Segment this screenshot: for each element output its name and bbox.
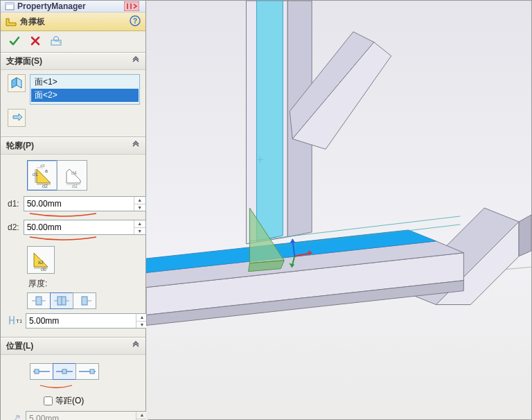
help-icon[interactable]: ? (129, 15, 141, 28)
section-location: 位置(L) (1, 338, 145, 420)
svg-marker-14 (17, 78, 21, 88)
panel-titlebar: PropertyManager (1, 1, 145, 12)
svg-marker-5 (6, 19, 16, 26)
svg-marker-53 (519, 215, 531, 256)
list-item[interactable]: 面<2> (31, 89, 139, 102)
confirm-bar (1, 31, 145, 53)
feature-bar: 角撑板 ? (1, 12, 145, 31)
offset-checkbox[interactable] (44, 396, 53, 405)
svg-text:d6: d6 (41, 267, 46, 272)
svg-rect-38 (82, 297, 87, 305)
d1-input[interactable]: ▲▼ (24, 196, 146, 211)
svg-line-12 (58, 41, 61, 44)
flip-icon[interactable] (8, 109, 26, 127)
section-support-label: 支撑面(S) (6, 55, 132, 67)
section-profile: 轮廓(P) d1 d2 a d3 (1, 137, 145, 338)
section-location-head[interactable]: 位置(L) (1, 338, 145, 355)
offset-label: 等距(O) (55, 395, 84, 407)
both-side-button[interactable] (27, 292, 51, 309)
panel-title: PropertyManager (17, 1, 122, 11)
svg-marker-13 (12, 78, 17, 88)
offset-field (26, 412, 136, 420)
d2-input[interactable]: ▲▼ (24, 220, 146, 235)
d1-label: d1: (8, 199, 19, 209)
svg-text:d4: d4 (71, 170, 77, 175)
svg-rect-48 (90, 369, 94, 374)
svg-rect-1 (6, 3, 14, 5)
section-support: 支撑面(S) 面<1> 面<2> (1, 53, 145, 137)
loc-mid-button[interactable] (53, 363, 76, 380)
pin-icon[interactable] (122, 1, 141, 12)
section-support-head[interactable]: 支撑面(S) (1, 53, 145, 70)
thickness-label: 厚度: (28, 278, 140, 290)
thickness-input[interactable]: ▲▼ (26, 313, 148, 329)
outside-button[interactable] (73, 292, 96, 309)
d2-label: d2: (8, 222, 19, 232)
svg-marker-15 (37, 169, 51, 183)
profile-triangle-button[interactable]: d1 d2 a d3 (27, 160, 57, 191)
model-horizontal-tube (146, 230, 463, 326)
loc-start-button[interactable] (30, 363, 53, 380)
face-select-icon[interactable] (8, 74, 26, 92)
svg-text:?: ? (133, 17, 137, 25)
svg-text:d3: d3 (40, 164, 45, 168)
inside-button[interactable] (50, 292, 73, 309)
d2-spinner[interactable]: ▲▼ (134, 220, 145, 234)
ratio-button[interactable]: a2 d6 (27, 246, 55, 274)
svg-rect-44 (35, 369, 39, 374)
offset-input: ▲▼ (26, 411, 148, 420)
graphics-viewport[interactable] (146, 1, 531, 419)
thickness-field[interactable] (26, 314, 136, 328)
d1-field[interactable] (24, 197, 134, 211)
annotation-underline (28, 213, 140, 217)
annotation-underline (28, 236, 140, 240)
cancel-button[interactable] (26, 33, 45, 49)
detailed-preview-button[interactable] (46, 33, 66, 49)
svg-text:T1: T1 (16, 318, 21, 324)
feature-name: 角撑板 (20, 16, 129, 28)
d2-field[interactable] (24, 220, 134, 234)
collapse-icon (132, 56, 140, 67)
loc-end-button[interactable] (76, 363, 99, 380)
list-item[interactable]: 面<1> (31, 76, 139, 89)
thickness-icon: T1 (8, 314, 21, 329)
ok-button[interactable] (5, 33, 24, 49)
svg-marker-60 (256, 1, 283, 241)
collapse-icon (132, 341, 140, 351)
section-profile-label: 轮廓(P) (6, 140, 132, 152)
section-profile-head[interactable]: 轮廓(P) (1, 138, 145, 155)
profile-chamfer-triangle-button[interactable]: d4 d2 (57, 160, 87, 191)
section-location-label: 位置(L) (6, 340, 132, 352)
svg-rect-31 (36, 297, 42, 305)
svg-text:a2: a2 (38, 260, 44, 265)
svg-rect-46 (62, 369, 66, 374)
support-faces-list[interactable]: 面<1> 面<2> (30, 74, 140, 105)
collapse-icon (132, 141, 140, 151)
property-tab-icon (5, 1, 15, 11)
gusset-icon (5, 16, 17, 27)
svg-marker-70 (290, 239, 295, 243)
annotation-underline (39, 381, 140, 391)
d1-spinner[interactable]: ▲▼ (134, 197, 145, 211)
svg-text:a: a (45, 168, 48, 173)
offset-icon (8, 412, 21, 421)
